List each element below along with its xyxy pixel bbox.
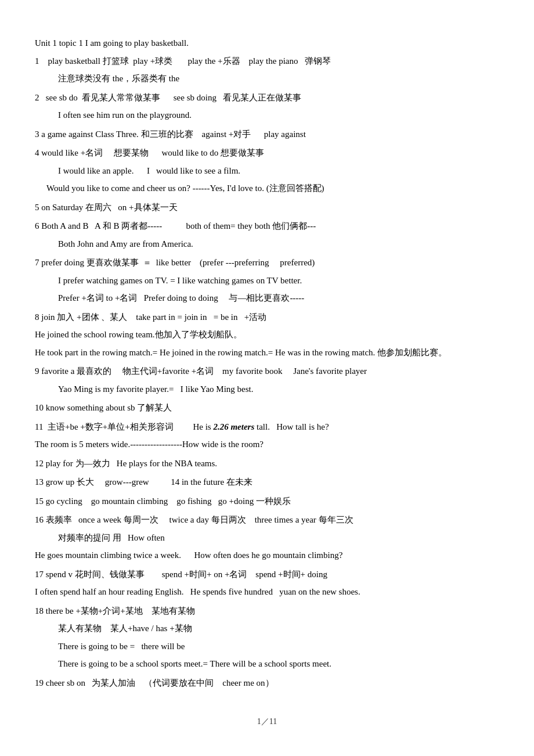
item-9: 9 favorite a 最喜欢的 物主代词+favorite +名词 my f… [35, 363, 499, 397]
item-4-sub1: I would like an apple. I would like to s… [35, 163, 499, 179]
item-11-bold: 2.26 meters [213, 422, 254, 431]
page-footer: 1／11 [35, 714, 499, 729]
item-6-sub: Both John and Amy are from America. [35, 236, 499, 253]
item-10-content: 10 know something about sb 了解某人 [35, 399, 499, 416]
item-1: 1 play basketball 打篮球 play +球类 play the … [35, 53, 499, 87]
item-17-sub: I often spend half an hour reading Engli… [35, 584, 499, 600]
item-6-content: 6 Both A and B A 和 B 两者都----- both of th… [35, 218, 499, 235]
item-11-sub: The room is 5 meters wide.--------------… [35, 436, 499, 453]
item-9-content: 9 favorite a 最喜欢的 物主代词+favorite +名词 my f… [35, 363, 499, 380]
item-18-content: 18 there be +某物+介词+某地 某地有某物 [35, 603, 499, 620]
item-19: 19 cheer sb on 为某人加油 （代词要放在中间 cheer me o… [35, 675, 499, 692]
item-18-sub1: 某人有某物 某人+have / has +某物 [35, 620, 499, 637]
item-11-content: 11 主语+be +数字+单位+相关形容词 He is 2.26 meters … [35, 419, 499, 435]
item-7-sub1: I prefer watching games on TV. = I like … [35, 272, 499, 289]
item-16-content: 16 表频率 once a week 每周一次 twice a day 每日两次… [35, 512, 499, 528]
item-2: 2 see sb do 看见某人常常做某事 see sb doing 看见某人正… [35, 89, 499, 124]
item-2-sub: I often see him run on the playground. [35, 107, 499, 124]
item-3-content: 3 a game against Class Three. 和三班的比赛 aga… [35, 126, 499, 143]
item-8-sub2: He took part in the rowing match.= He jo… [35, 344, 499, 361]
item-1-content: 1 play basketball 打篮球 play +球类 play the … [35, 53, 499, 70]
item-15-content: 15 go cycling go mountain climbing go fi… [35, 493, 499, 510]
item-4: 4 would like +名词 想要某物 would like to do 想… [35, 145, 499, 197]
item-16-sub1: 对频率的提问 用 How often [35, 530, 499, 546]
item-7-sub2: Prefer +名词 to +名词 Prefer doing to doing … [35, 290, 499, 307]
item-text: play basketball 打篮球 play +球类 play the +乐… [48, 56, 331, 66]
item-17: 17 spend v 花时间、钱做某事 spend +时间+ on +名词 sp… [35, 566, 499, 600]
item-7-content: 7 prefer doing 更喜欢做某事 ＝ like better (pre… [35, 254, 499, 271]
item-1-sub: 注意球类没有 the，乐器类有 the [35, 70, 499, 87]
item-17-content: 17 spend v 花时间、钱做某事 spend +时间+ on +名词 sp… [35, 566, 499, 583]
item-num: 2 [35, 93, 44, 102]
item-12: 12 play for 为—效力 He plays for the NBA te… [35, 455, 499, 472]
item-num: 1 [35, 56, 46, 66]
item-6: 6 Both A and B A 和 B 两者都----- both of th… [35, 218, 499, 252]
item-18-sub2: There is going to be = there will be [35, 638, 499, 655]
item-8-sub1: He joined the school rowing team.他加入了学校划… [35, 326, 499, 343]
item-10: 10 know something about sb 了解某人 [35, 399, 499, 416]
item-16-sub2: He goes mountain climbing twice a week. … [35, 547, 499, 564]
item-9-sub: Yao Ming is my favorite player.= I like … [35, 381, 499, 398]
item-3: 3 a game against Class Three. 和三班的比赛 aga… [35, 126, 499, 143]
page-title: Unit 1 topic 1 I am going to play basket… [35, 35, 499, 52]
item-7: 7 prefer doing 更喜欢做某事 ＝ like better (pre… [35, 254, 499, 307]
item-5: 5 on Saturday 在周六 on +具体某一天 [35, 199, 499, 216]
item-text: see sb do 看见某人常常做某事 see sb doing 看见某人正在做… [46, 93, 301, 102]
item-2-content: 2 see sb do 看见某人常常做某事 see sb doing 看见某人正… [35, 89, 499, 106]
item-5-content: 5 on Saturday 在周六 on +具体某一天 [35, 199, 499, 216]
item-19-content: 19 cheer sb on 为某人加油 （代词要放在中间 cheer me o… [35, 675, 499, 692]
item-13: 13 grow up 长大 grow---grew 14 in the futu… [35, 474, 499, 491]
item-11: 11 主语+be +数字+单位+相关形容词 He is 2.26 meters … [35, 419, 499, 453]
item-15: 15 go cycling go mountain climbing go fi… [35, 493, 499, 510]
item-18-sub3: There is going to be a school sports mee… [35, 656, 499, 672]
page-content: Unit 1 topic 1 I am going to play basket… [35, 35, 499, 729]
item-8-content: 8 join 加入 +团体 、某人 take part in = join in… [35, 309, 499, 326]
item-4-content: 4 would like +名词 想要某物 would like to do 想… [35, 145, 499, 161]
item-16: 16 表频率 once a week 每周一次 twice a day 每日两次… [35, 512, 499, 564]
item-12-content: 12 play for 为—效力 He plays for the NBA te… [35, 455, 499, 472]
item-18: 18 there be +某物+介词+某地 某地有某物 某人有某物 某人+hav… [35, 603, 499, 672]
item-8: 8 join 加入 +团体 、某人 take part in = join in… [35, 309, 499, 361]
page-number: 1／11 [257, 717, 277, 726]
item-4-sub2: Would you like to come and cheer us on? … [35, 180, 499, 197]
item-13-content: 13 grow up 长大 grow---grew 14 in the futu… [35, 474, 499, 491]
